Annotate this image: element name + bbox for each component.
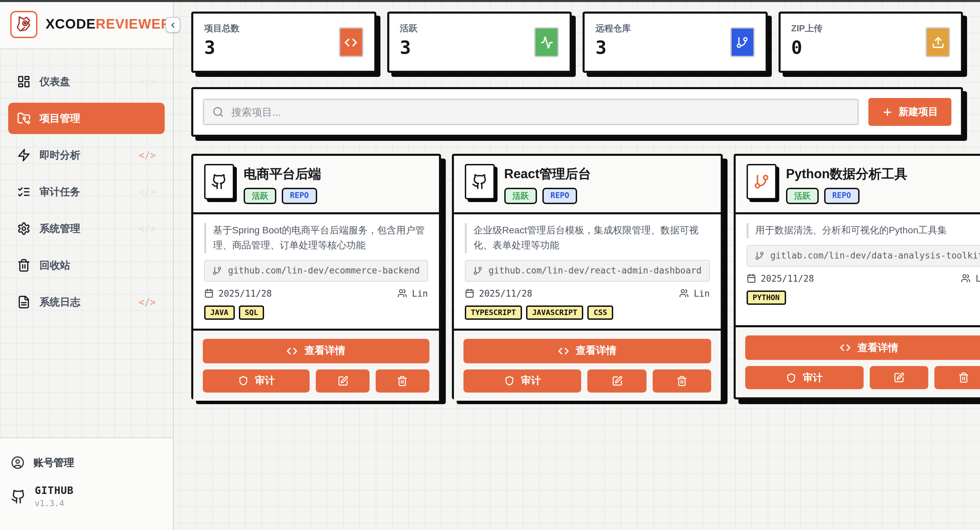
sidebar-item-audit-tasks[interactable]: 审计任务 </>: [8, 176, 165, 208]
project-card-body: 用于数据清洗、分析和可视化的Python工具集 gitlab.com/lin-d…: [736, 214, 980, 325]
sidebar-item-github[interactable]: GITHUB v1.3.4: [11, 484, 162, 508]
language-tag: PYTHON: [746, 290, 786, 305]
shield-icon: [238, 376, 248, 386]
language-tag: TYPESCRIPT: [465, 305, 522, 319]
project-badges: 活跃 REPO: [504, 188, 592, 204]
view-details-button[interactable]: 查看详情: [463, 338, 711, 363]
project-card: Python数据分析工具 活跃 REPO 用于数据清洗、分析和可视化的Pytho…: [733, 154, 980, 399]
brand-name-secondary: REVIEWER: [95, 16, 171, 31]
sidebar-item-system-admin[interactable]: 系统管理 </>: [8, 213, 165, 244]
project-card-footer: 查看详情 审计: [736, 325, 980, 397]
projects-grid: 电商平台后端 活跃 REPO 基于Spring Boot的电商平台后端服务，包含…: [191, 154, 963, 399]
stat-card-active: 活跃 3: [387, 11, 572, 73]
project-card-footer: 查看详情 审计: [193, 328, 439, 400]
edit-pen-icon: [611, 375, 622, 386]
project-description: 企业级React管理后台模板，集成权限管理、数据可视化、表单处理等功能: [465, 223, 710, 253]
code-watermark: </>: [138, 150, 156, 160]
brand-header: XCODEREVIEWER: [0, 0, 173, 49]
sidebar-item-instant-analysis[interactable]: 即时分析 </>: [8, 140, 165, 171]
github-version: v1.3.4: [35, 499, 73, 508]
code-watermark: </>: [138, 186, 156, 197]
project-owner: Lin: [961, 273, 980, 284]
sidebar-item-recycle-bin[interactable]: 回收站: [8, 250, 165, 281]
user-circle-icon: [11, 456, 24, 470]
dashboard-icon: [17, 75, 30, 89]
git-branch-icon: [746, 164, 776, 199]
delete-button[interactable]: [934, 366, 980, 389]
users-icon: [398, 289, 407, 298]
repo-badge: REPO: [824, 188, 859, 204]
project-badges: 活跃 REPO: [786, 188, 907, 204]
edit-button[interactable]: [869, 366, 928, 389]
audit-button[interactable]: 审计: [463, 369, 582, 392]
view-details-button[interactable]: 查看详情: [745, 335, 980, 360]
audit-button[interactable]: 审计: [203, 369, 310, 392]
sidebar-item-label: 系统日志: [40, 296, 80, 309]
project-date: 2025/11/28: [204, 288, 272, 298]
fox-logo-icon: [14, 15, 33, 33]
stat-card-total-projects: 项目总数 3: [191, 11, 376, 73]
project-tags: JAVA SQL: [204, 305, 428, 319]
calendar-icon: [204, 289, 214, 298]
project-card: 电商平台后端 活跃 REPO 基于Spring Boot的电商平台后端服务，包含…: [191, 154, 441, 399]
account-label: 账号管理: [33, 456, 74, 469]
sidebar-bottom: 账号管理 GITHUB v1.3.4: [0, 438, 173, 530]
project-date: 2025/11/28: [465, 288, 533, 298]
trash-icon: [17, 259, 30, 272]
project-card-header: Python数据分析工具 活跃 REPO: [736, 156, 980, 214]
language-tag: JAVA: [204, 305, 234, 319]
status-badge: 活跃: [504, 188, 537, 204]
calendar-icon: [465, 289, 474, 298]
edit-button[interactable]: [588, 369, 646, 392]
trash-icon: [397, 375, 408, 386]
search-input[interactable]: [230, 105, 850, 118]
project-meta: 2025/11/28 Lin: [204, 288, 428, 298]
users-icon: [679, 289, 689, 298]
edit-pen-icon: [337, 375, 348, 386]
project-repo-url: github.com/lin-dev/ecommerce-backend: [204, 260, 428, 281]
project-owner: Lin: [398, 288, 428, 298]
delete-button[interactable]: [652, 369, 711, 392]
edit-pen-icon: [893, 372, 904, 383]
code-icon: [339, 27, 363, 57]
project-card-header: React管理后台 活跃 REPO: [454, 156, 721, 214]
view-details-button[interactable]: 查看详情: [203, 338, 430, 363]
trash-icon: [958, 372, 969, 383]
project-card: React管理后台 活跃 REPO 企业级React管理后台模板，集成权限管理、…: [452, 154, 723, 399]
new-project-button[interactable]: 新建项目: [869, 98, 951, 126]
repo-badge: REPO: [542, 188, 578, 204]
github-icon: [465, 164, 495, 199]
edit-button[interactable]: [316, 369, 369, 392]
sidebar-item-account[interactable]: 账号管理: [11, 449, 162, 476]
code-watermark: </>: [138, 223, 156, 234]
brand-name: XCODEREVIEWER: [46, 16, 171, 32]
language-tag: JAVASCRIPT: [526, 305, 583, 319]
sidebar-item-label: 回收站: [40, 259, 70, 272]
audit-button[interactable]: 审计: [745, 366, 863, 389]
code-icon: [840, 342, 851, 353]
sidebar-item-label: 审计任务: [40, 186, 80, 198]
search-icon: [212, 106, 224, 118]
zap-icon: [17, 148, 30, 162]
language-tag: CSS: [587, 305, 613, 319]
sidebar-item-system-logs[interactable]: 系统日志 </>: [8, 286, 165, 318]
code-watermark: </>: [138, 297, 156, 308]
sidebar-item-projects[interactable]: 项目管理: [8, 103, 165, 134]
project-card-body: 基于Spring Boot的电商平台后端服务，包含用户管理、商品管理、订单处理等…: [193, 214, 439, 328]
search-toolbar: 新建项目: [191, 87, 963, 137]
gear-icon: [17, 222, 30, 235]
sidebar-item-dashboard[interactable]: 仪表盘 </>: [8, 66, 165, 97]
project-title: React管理后台: [504, 165, 592, 183]
plus-icon: [882, 106, 892, 117]
card-action-row: 审计: [745, 366, 980, 389]
sidebar-nav: 仪表盘 </> 项目管理 即时分析 </> 审计任务 </> 系统管理 </>: [0, 49, 173, 318]
search-field: [203, 98, 859, 125]
stats-row: 项目总数 3 活跃 3 远程仓库 3 ZIP上传 0: [191, 11, 963, 73]
activity-icon: [534, 27, 559, 57]
project-meta: 2025/11/28 Lin: [465, 288, 710, 298]
sidebar-collapse-button[interactable]: [165, 17, 180, 33]
delete-button[interactable]: [375, 369, 429, 392]
project-repo-url: github.com/lin-dev/react-admin-dashboard: [465, 260, 710, 281]
project-meta: 2025/11/28 Lin: [746, 273, 980, 284]
upload-icon: [926, 27, 950, 57]
